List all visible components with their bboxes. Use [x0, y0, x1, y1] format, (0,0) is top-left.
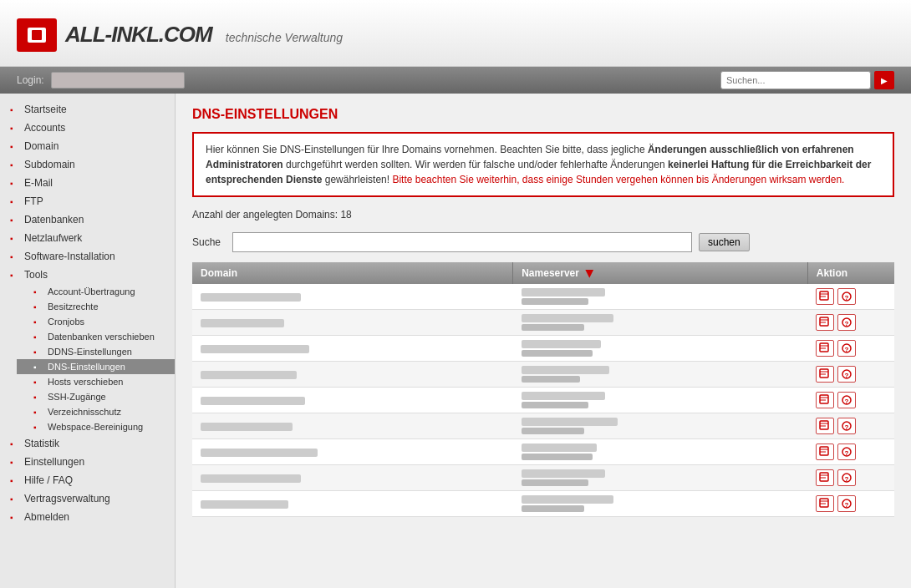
svg-rect-0	[820, 291, 828, 300]
header: ALL-INKL.COM technische Verwaltung	[0, 0, 911, 67]
nameserver-cell	[513, 439, 808, 465]
sidebar-item-subdomain[interactable]: ▪ Subdomain	[0, 155, 175, 174]
table-row: ?	[192, 465, 894, 491]
sort-icon	[585, 270, 593, 278]
col-header-nameserver[interactable]: Nameserver	[513, 262, 808, 284]
login-field	[51, 72, 185, 89]
sidebar-tools-submenu: ▪ Account-Übertragung ▪ Besitzrechte ▪ C…	[0, 284, 175, 434]
edit-button[interactable]	[816, 288, 834, 305]
search-label: Suche	[192, 236, 226, 248]
nav-icon-datenbanken: ▪	[10, 215, 20, 225]
domain-cell	[192, 491, 513, 517]
nameserver-cell	[513, 362, 808, 388]
nav-icon-hosts: ▪	[33, 378, 43, 387]
info-button[interactable]: ?	[837, 288, 856, 305]
edit-button[interactable]	[816, 340, 834, 357]
sidebar-item-tools[interactable]: ▪ Tools	[0, 266, 175, 284]
domain-cell	[192, 284, 513, 310]
edit-button[interactable]	[816, 392, 834, 408]
nav-icon-accounts: ▪	[10, 124, 20, 133]
sidebar-item-software[interactable]: ▪ Software-Installation	[0, 247, 175, 266]
nav-icon-cronjobs: ▪	[33, 317, 43, 327]
logo-text: ALL-INKL.COM	[65, 22, 212, 48]
sidebar-item-vertrag[interactable]: ▪ Vertragsverwaltung	[0, 489, 175, 508]
info-button[interactable]: ?	[837, 469, 856, 486]
table-row: ?	[192, 336, 894, 362]
svg-rect-10	[820, 343, 828, 352]
sidebar-item-dns[interactable]: ▪ DNS-Einstellungen	[17, 359, 175, 374]
svg-rect-30	[820, 447, 828, 455]
nav-icon-tools: ▪	[10, 271, 20, 280]
sidebar-item-ddns[interactable]: ▪ DDNS-Einstellungen	[17, 344, 175, 359]
domain-cell	[192, 413, 513, 439]
page-title: DNS-EINSTELLUNGEN	[192, 107, 894, 122]
nameserver-cell	[513, 310, 808, 336]
sidebar-item-ftp[interactable]: ▪ FTP	[0, 192, 175, 210]
edit-button[interactable]	[816, 444, 834, 460]
svg-rect-25	[820, 421, 828, 429]
sidebar-item-db-verschieben[interactable]: ▪ Datenbanken verschieben	[17, 329, 175, 344]
search-input[interactable]	[720, 71, 871, 89]
sidebar-item-statistik[interactable]: ▪ Statistik	[0, 434, 175, 453]
col-header-action: Aktion	[807, 262, 894, 284]
edit-button[interactable]	[816, 495, 834, 512]
nameserver-cell	[513, 336, 808, 362]
search-area[interactable]: ▶	[720, 71, 894, 89]
sidebar-item-verzeichnisschutz[interactable]: ▪ Verzeichnisschutz	[17, 404, 175, 419]
nav-icon-ssh: ▪	[33, 393, 43, 402]
svg-rect-20	[820, 395, 828, 403]
sidebar-item-cronjobs[interactable]: ▪ Cronjobs	[17, 314, 175, 329]
search-row: Suche suchen	[192, 232, 894, 252]
sidebar-item-hosts[interactable]: ▪ Hosts verschieben	[17, 374, 175, 389]
sidebar-item-ssh[interactable]: ▪ SSH-Zugänge	[17, 389, 175, 404]
edit-button[interactable]	[816, 314, 834, 331]
edit-button[interactable]	[816, 418, 834, 434]
info-button[interactable]: ?	[837, 314, 856, 331]
svg-text:?: ?	[845, 449, 849, 457]
info-button[interactable]: ?	[837, 366, 856, 383]
action-cell: ?	[807, 362, 894, 388]
dns-search-button[interactable]: suchen	[699, 233, 750, 251]
action-cell: ?	[807, 310, 894, 336]
info-button[interactable]: ?	[837, 418, 856, 434]
main-layout: ▪ Startseite ▪ Accounts ▪ Domain ▪ Subdo…	[0, 94, 911, 588]
sidebar-item-webspace[interactable]: ▪ Webspace-Bereinigung	[17, 419, 175, 434]
domain-cell	[192, 310, 513, 336]
action-cell: ?	[807, 284, 894, 310]
sidebar-item-email[interactable]: ▪ E-Mail	[0, 174, 175, 192]
table-row: ?	[192, 413, 894, 439]
edit-button[interactable]	[816, 366, 834, 383]
sidebar-item-hilfe[interactable]: ▪ Hilfe / FAQ	[0, 471, 175, 489]
sidebar-item-besitzrechte[interactable]: ▪ Besitzrechte	[17, 299, 175, 314]
sidebar-item-abmelden[interactable]: ▪ Abmelden	[0, 508, 175, 526]
info-button[interactable]: ?	[837, 392, 856, 408]
search-button[interactable]: ▶	[874, 71, 894, 89]
sidebar-item-account-uebertragung[interactable]: ▪ Account-Übertragung	[17, 284, 175, 299]
nav-icon-software: ▪	[10, 252, 20, 261]
info-button[interactable]: ?	[837, 340, 856, 357]
sidebar: ▪ Startseite ▪ Accounts ▪ Domain ▪ Subdo…	[0, 94, 176, 588]
svg-text:?: ?	[845, 372, 849, 379]
info-button[interactable]: ?	[837, 495, 856, 512]
sidebar-item-netzlaufwerk[interactable]: ▪ Netzlaufwerk	[0, 229, 175, 247]
sidebar-item-datenbanken[interactable]: ▪ Datenbanken	[0, 210, 175, 229]
sidebar-item-einstellungen[interactable]: ▪ Einstellungen	[0, 453, 175, 471]
svg-text:?: ?	[845, 294, 849, 302]
sidebar-item-domain[interactable]: ▪ Domain	[0, 137, 175, 155]
action-cell: ?	[807, 439, 894, 465]
nav-icon-webspace: ▪	[33, 423, 43, 432]
dns-search-input[interactable]	[232, 232, 692, 252]
nav-icon-ddns: ▪	[33, 347, 43, 357]
edit-button[interactable]	[816, 469, 834, 486]
svg-text:?: ?	[845, 501, 849, 509]
nav-icon-netzlaufwerk: ▪	[10, 234, 20, 243]
info-button[interactable]: ?	[837, 444, 856, 460]
sidebar-item-accounts[interactable]: ▪ Accounts	[0, 119, 175, 137]
nav-icon-statistik: ▪	[10, 439, 20, 449]
svg-rect-15	[820, 369, 828, 378]
table-row: ?	[192, 491, 894, 517]
table-row: ?	[192, 310, 894, 336]
nav-icon-besitzrechte: ▪	[33, 302, 43, 312]
domain-cell	[192, 336, 513, 362]
sidebar-item-startseite[interactable]: ▪ Startseite	[0, 100, 175, 119]
